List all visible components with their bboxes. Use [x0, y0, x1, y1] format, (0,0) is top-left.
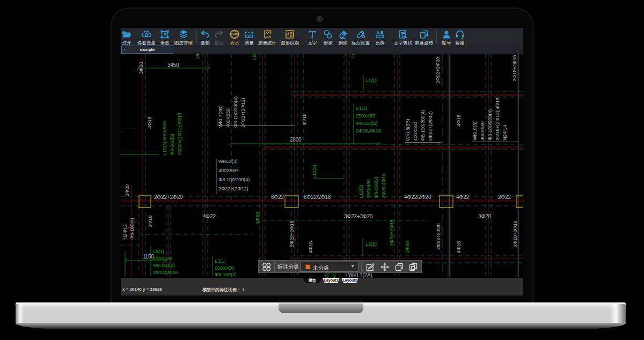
svg-text:Φ8-150(2): Φ8-150(2) [374, 176, 379, 198]
svg-text:3450: 3450 [167, 62, 179, 68]
svg-text:4Φ22/2Φ20: 4Φ22/2Φ20 [404, 194, 431, 200]
svg-text:L4(1): L4(1) [356, 106, 367, 111]
svg-text:3Φ20: 3Φ20 [138, 62, 144, 74]
svg-text:250X450: 250X450 [215, 265, 234, 271]
svg-text:2Φ22+2Φ20: 2Φ22+2Φ20 [436, 223, 441, 250]
svg-text:6Φ22: 6Φ22 [271, 194, 284, 200]
svg-text:2Φ18+(2Φ12);4Φ18: 2Φ18+(2Φ12);4Φ18 [495, 98, 500, 141]
svg-text:L3(1): L3(1) [215, 258, 226, 264]
svg-text:L2(2): L2(2) [365, 241, 377, 247]
svg-text:2Φ20;4Φ18: 2Φ20;4Φ18 [381, 173, 386, 198]
svg-text:L12(3): L12(3) [358, 184, 364, 198]
svg-text:4Φ20: 4Φ20 [255, 212, 260, 224]
svg-text:N2Φ12: N2Φ12 [122, 224, 128, 240]
svg-text:4Φ22: 4Φ22 [203, 213, 216, 219]
svg-text:2Φ22+2Φ20: 2Φ22+2Φ20 [154, 194, 183, 200]
svg-text:2Φ18+2Φ16: 2Φ18+2Φ16 [513, 220, 518, 247]
svg-text:3Φ20: 3Φ20 [125, 184, 130, 196]
svg-text:Φ8-150(2): Φ8-150(2) [356, 121, 378, 126]
svg-text:2Φ22+(2Φ12): 2Φ22+(2Φ12) [218, 186, 248, 191]
svg-text:L9(1): L9(1) [153, 249, 164, 254]
svg-text:Φ8-100(4): Φ8-100(4) [129, 218, 135, 240]
svg-text:4Φ22: 4Φ22 [456, 194, 470, 200]
svg-text:200X400: 200X400 [153, 256, 172, 261]
svg-text:2Φ22+(2Φ12): 2Φ22+(2Φ12) [240, 98, 246, 128]
svg-text:4Φ18: 4Φ18 [147, 117, 152, 129]
svg-text:2Φ22+2Φ20: 2Φ22+2Φ20 [435, 57, 441, 84]
svg-text:2Φ22: 2Φ22 [498, 194, 511, 200]
svg-text:6Φ22/2Φ18: 6Φ22/2Φ18 [304, 194, 331, 200]
svg-text:Φ8-150(2): Φ8-150(2) [153, 263, 175, 268]
svg-text:2Φ20+2Φ18: 2Φ20+2Φ18 [389, 219, 394, 246]
svg-text:3Φ20: 3Φ20 [478, 213, 492, 219]
svg-text:2Φ14;3Φ16: 2Φ14;3Φ16 [153, 270, 178, 275]
svg-text:2Φ22+2Φ18: 2Φ22+2Φ18 [289, 220, 295, 247]
svg-text:WKL8(3B): WKL8(3B) [405, 119, 411, 141]
svg-text:2Φ20+(1Φ12);5Φ18: 2Φ20+(1Φ12);5Φ18 [177, 113, 182, 156]
svg-text:WKL7(3B): WKL7(3B) [218, 106, 223, 128]
svg-text:3Φ18: 3Φ18 [405, 241, 410, 253]
svg-text:WKL9(3): WKL9(3) [472, 122, 478, 141]
svg-text:400X550: 400X550 [218, 168, 238, 173]
svg-text:400X550: 400X550 [225, 108, 231, 128]
svg-text:3Φ22+3Φ20: 3Φ22+3Φ20 [344, 213, 373, 219]
svg-text:L10(2) 300X500: L10(2) 300X500 [162, 121, 167, 156]
svg-text:WKL2(3): WKL2(3) [218, 159, 237, 164]
svg-text:2Φ18+2Φ16: 2Φ18+2Φ16 [512, 55, 517, 82]
svg-text:2Φ16;4Φ18: 2Φ16;4Φ18 [356, 128, 381, 134]
svg-text:4Φ18: 4Φ18 [456, 115, 462, 127]
svg-text:250X450: 250X450 [366, 179, 371, 198]
svg-text:4Φ18: 4Φ18 [308, 241, 313, 253]
svg-text:250X450: 250X450 [356, 113, 375, 119]
svg-text:4Φ18: 4Φ18 [456, 241, 462, 253]
svg-text:L4(1): L4(1) [350, 54, 355, 58]
svg-text:Φ8-150(2): Φ8-150(2) [215, 272, 237, 277]
svg-text:Φ8-200(3): Φ8-200(3) [170, 134, 175, 156]
svg-text:4Φ18: 4Φ18 [302, 114, 307, 125]
svg-text:Φ8-100/200(4): Φ8-100/200(4) [233, 97, 238, 128]
svg-text:3Φ18: 3Φ18 [148, 216, 153, 227]
svg-text:N2Φ14: N2Φ14 [502, 125, 508, 141]
svg-text:L8(3): L8(3) [252, 54, 257, 60]
svg-text:L4(1): L4(1) [365, 78, 377, 83]
svg-text:L12(3): L12(3) [312, 165, 317, 179]
svg-text:2800: 2800 [290, 137, 302, 143]
svg-text:Φ8-100/200(4): Φ8-100/200(4) [218, 177, 250, 182]
svg-text:400X550: 400X550 [480, 121, 485, 141]
svg-text:Φ8-100/200(4): Φ8-100/200(4) [420, 110, 426, 141]
svg-text:2Φ22+(2Φ12): 2Φ22+(2Φ12) [428, 112, 433, 141]
svg-text:Φ8-100/200(4): Φ8-100/200(4) [487, 109, 493, 141]
svg-text:400X550: 400X550 [413, 122, 418, 141]
svg-text:3Φ18: 3Φ18 [195, 54, 200, 59]
